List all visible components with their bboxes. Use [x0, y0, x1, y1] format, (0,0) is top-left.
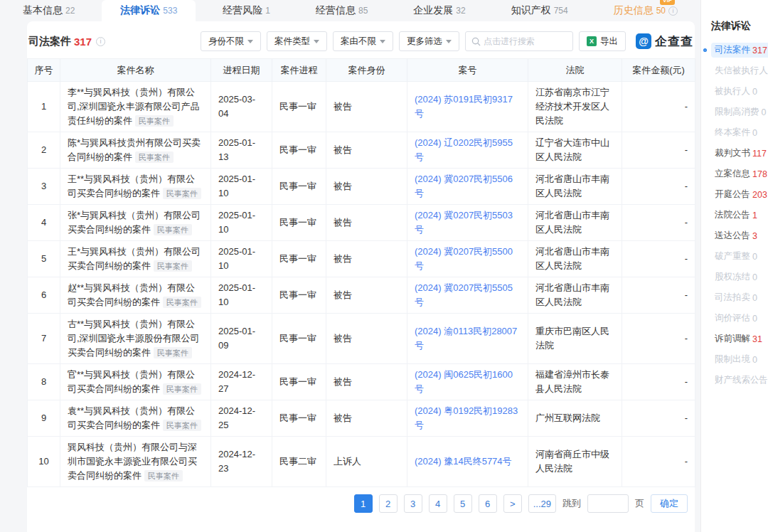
tab[interactable]: VIP 历史信息 50 i: [595, 0, 696, 21]
filter-identity-dropdown[interactable]: 身份不限: [201, 31, 261, 51]
page-button-label: ...29: [533, 499, 551, 509]
page-button[interactable]: >: [503, 494, 522, 513]
filter-cause-dropdown[interactable]: 案由不限: [333, 31, 393, 51]
tab[interactable]: 企业发展 32: [395, 0, 484, 21]
sidebar-item[interactable]: 询价评估 0: [701, 308, 768, 329]
tab-count: 533: [163, 6, 177, 16]
cell-case-number: (2024) 闽0625民初1600号: [407, 364, 528, 400]
page-button[interactable]: 5: [454, 494, 472, 513]
sidebar-item[interactable]: 被执行人 0: [701, 81, 768, 102]
search-box: [465, 31, 573, 51]
sidebar-item[interactable]: 司法拍卖 0: [701, 287, 768, 308]
tab[interactable]: 基本信息 22: [4, 0, 93, 21]
cell-amount: -: [622, 169, 695, 205]
cell-role: 被告: [326, 132, 407, 169]
case-number-link[interactable]: (2024) 渝0113民初28007号: [415, 326, 517, 351]
page-button[interactable]: 4: [429, 494, 447, 513]
sidebar-item[interactable]: 司法案件 317: [701, 40, 768, 60]
case-type-tag: 民事案件: [154, 347, 192, 358]
cell-court: 广州互联网法院: [528, 400, 622, 437]
qichacha-logo-icon: @: [636, 33, 651, 49]
filter-more-dropdown[interactable]: 更多筛选: [399, 31, 459, 51]
sidebar-item-label: 司法拍卖: [715, 292, 750, 304]
case-number-link[interactable]: (2024) 豫14民终5774号: [415, 456, 512, 467]
section-info-icon[interactable]: i: [96, 37, 105, 46]
sidebar-item[interactable]: 破产重整 0: [701, 246, 768, 267]
excel-icon: X: [587, 36, 597, 46]
sidebar-item[interactable]: 财产线索公告 0: [701, 370, 768, 390]
sidebar-item-label: 限制高消费: [715, 106, 759, 118]
col-header-court: 法院: [528, 59, 622, 82]
search-input[interactable]: [484, 36, 562, 46]
cell-role: 被告: [326, 205, 407, 241]
case-number-link[interactable]: (2024) 冀0207民初5506号: [415, 174, 513, 198]
case-number-link[interactable]: (2024) 闽0625民初1600号: [415, 369, 513, 394]
cell-case-name: 陈*与巽风科技贵州有限公司买卖合同纠纷的案件 民事案件: [60, 132, 211, 169]
cell-case-name: 古**与巽风科技（贵州）有限公司,深圳国瓷永丰源股份有限公司买卖合同纠纷的案件 …: [60, 314, 211, 364]
cell-role: 被告: [326, 400, 407, 437]
cell-case-name: 袁**与巽风科技（贵州）有限公司买卖合同纠纷的案件 民事案件: [60, 400, 211, 437]
page-button[interactable]: 2: [379, 494, 398, 513]
tab[interactable]: 法律诉讼 533: [102, 0, 196, 21]
sidebar-item[interactable]: 裁判文书 117: [701, 143, 768, 164]
page-jump-input[interactable]: [587, 494, 629, 513]
case-number-link[interactable]: (2024) 冀0207民初5500号: [415, 246, 513, 271]
vip-badge: VIP: [660, 0, 675, 5]
sidebar-item-count: 178: [752, 169, 767, 179]
cell-amount: -: [622, 132, 695, 169]
tab[interactable]: 知识产权 754: [493, 0, 587, 21]
sidebar-item[interactable]: 失信被执行人 0: [701, 60, 768, 81]
cell-date: 2025-01-10: [211, 169, 272, 205]
page-button[interactable]: 6: [479, 494, 497, 513]
page-button[interactable]: 1: [354, 494, 373, 513]
confirm-button[interactable]: 确定: [651, 494, 688, 513]
tab[interactable]: 经营信息 85: [297, 0, 386, 21]
sidebar-item[interactable]: 股权冻结 0: [701, 267, 768, 287]
cell-case-number: (2024) 冀0207民初5503号: [407, 205, 528, 241]
tab[interactable]: 经营风险 1: [204, 0, 289, 21]
page-button[interactable]: ...29: [528, 494, 556, 513]
cell-case-number: (2024) 冀0207民初5506号: [407, 169, 528, 205]
cell-no: 8: [28, 364, 60, 400]
page-button[interactable]: 3: [404, 494, 422, 513]
tab-label: 知识产权: [511, 4, 551, 17]
sidebar-item[interactable]: 立案信息 178: [701, 164, 768, 184]
sidebar-item[interactable]: 送达公告 3: [701, 225, 768, 246]
case-number-link[interactable]: (2024) 冀0207民初5505号: [415, 282, 513, 307]
col-header-no: 序号: [28, 59, 60, 82]
sidebar-item[interactable]: 开庭公告 203: [701, 184, 768, 205]
section-title: 司法案件: [28, 35, 71, 48]
case-number-link[interactable]: (2024) 苏0191民初9317号: [415, 94, 513, 119]
filter-label: 案件类型: [274, 36, 310, 48]
sidebar-item[interactable]: 终本案件 0: [701, 122, 768, 143]
cell-stage: 民事二审: [272, 437, 326, 487]
case-number-link[interactable]: (2024) 辽0202民初5955号: [415, 137, 513, 162]
filter-label: 更多筛选: [407, 36, 442, 48]
page-button-label: 2: [385, 499, 390, 509]
filter-case-type-dropdown[interactable]: 案件类型: [267, 31, 327, 51]
cell-role: 被告: [326, 169, 407, 205]
sidebar-item-count: 31: [752, 334, 762, 344]
cell-court: 河北省唐山市丰南区人民法院: [528, 241, 622, 277]
sidebar-item-count: 0: [752, 355, 757, 365]
case-number-link[interactable]: (2024) 粤0192民初19283号: [415, 405, 518, 430]
cell-date: 2024-12-25: [211, 400, 272, 437]
export-button[interactable]: X 导出: [579, 31, 626, 51]
case-number-link[interactable]: (2024) 冀0207民初5503号: [415, 210, 513, 235]
sidebar-item-label: 开庭公告: [715, 188, 750, 201]
tab-label: 基本信息: [23, 4, 63, 17]
cell-date: 2024-12-23: [211, 437, 272, 487]
sidebar-item[interactable]: 诉前调解 31: [701, 329, 768, 349]
case-type-tag: 民事案件: [154, 260, 192, 272]
main-content-card: 司法案件 317 i 身份不限 案件类型 案由不限 更多筛选: [27, 21, 695, 532]
cell-no: 5: [28, 241, 60, 277]
sidebar-item[interactable]: 限制高消费 0: [701, 102, 768, 122]
sidebar-item[interactable]: 法院公告 1: [701, 205, 768, 225]
tab-label: 历史信息: [614, 4, 654, 17]
cell-date: 2025-01-10: [211, 205, 272, 241]
cell-case-number: (2024) 渝0113民初28007号: [407, 314, 528, 364]
cell-date: 2024-12-27: [211, 364, 272, 400]
sidebar-item[interactable]: 限制出境 0: [701, 349, 768, 370]
sidebar-title: 法律诉讼: [711, 20, 768, 33]
case-type-tag: 民事案件: [163, 420, 201, 431]
